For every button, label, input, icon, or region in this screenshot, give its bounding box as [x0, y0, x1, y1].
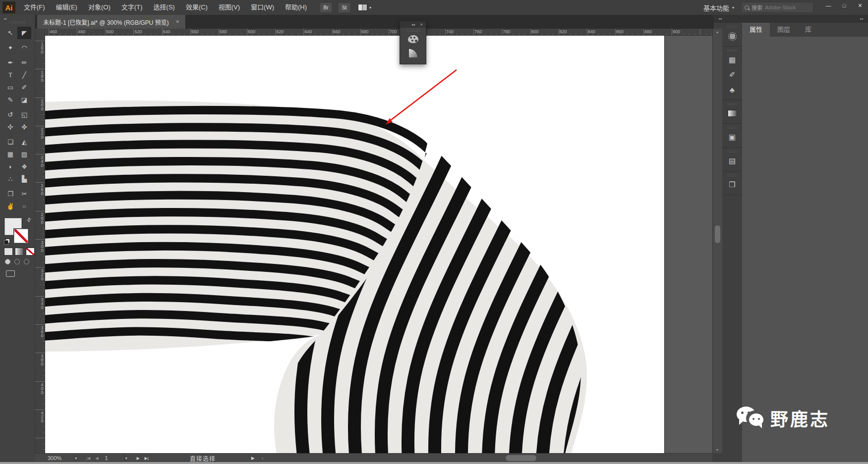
tool-shaper[interactable]: ✎ — [3, 94, 17, 106]
maximize-button[interactable]: □ — [836, 0, 852, 11]
tool-mesh[interactable]: ▦ — [3, 148, 17, 160]
tool-curvature[interactable]: ✏ — [17, 56, 31, 69]
artboard-dropdown-icon[interactable]: ▾ — [124, 454, 134, 463]
symbols-panel-icon: ♣ — [730, 86, 735, 94]
horizontal-scroll-thumb[interactable] — [506, 455, 536, 461]
bridge-button[interactable]: Br — [320, 3, 332, 12]
window-bottom-edge — [0, 462, 868, 464]
menu-item[interactable]: 视图(V) — [213, 0, 245, 15]
workspace-switcher[interactable]: 基本功能 ▾ — [703, 3, 734, 12]
zoom-dropdown-icon[interactable]: ▾ — [74, 454, 84, 463]
scroll-down-icon[interactable]: ▾ — [713, 448, 722, 452]
last-artboard-button[interactable]: ▶| — [145, 456, 149, 461]
ruler-label: 820 — [560, 29, 588, 35]
default-fill-stroke-icon[interactable] — [4, 239, 10, 245]
minimize-button[interactable]: — — [820, 0, 836, 11]
tool-symbol-sprayer[interactable]: ∴ — [3, 173, 17, 185]
scroll-up-icon[interactable]: ▴ — [713, 30, 722, 34]
dock-gradient-panel-button[interactable] — [722, 106, 742, 121]
draw-normal-button[interactable] — [5, 259, 10, 264]
expand-dock-icon[interactable]: ▸▸ — [860, 17, 864, 21]
vertical-scroll-thumb[interactable] — [715, 225, 720, 243]
dock-brushes-panel-button[interactable]: ✐ — [722, 67, 742, 82]
prev-artboard-button[interactable]: ◀ — [95, 456, 98, 461]
status-collapse-icon[interactable]: ‹ — [262, 455, 264, 461]
dock-swatches-panel-button[interactable]: ▦ — [722, 52, 742, 67]
zoom-level-field[interactable]: 300% — [35, 454, 74, 463]
draw-behind-button[interactable] — [14, 259, 20, 264]
close-button[interactable]: ✕ — [852, 0, 868, 11]
tool-lasso[interactable]: ◠ — [17, 42, 31, 54]
menu-item[interactable]: 文件(F) — [18, 0, 51, 15]
tool-zoom[interactable]: ○ — [17, 200, 31, 212]
dock-align-panel-button[interactable]: ▤ — [722, 154, 742, 168]
tool-line-segment[interactable]: ╱ — [17, 69, 31, 81]
menu-item[interactable]: 文字(T) — [116, 0, 148, 15]
stroke-swatch[interactable] — [14, 229, 28, 243]
tool-paintbrush[interactable]: ✐ — [17, 81, 31, 94]
close-tab-icon[interactable]: ✕ — [176, 19, 180, 24]
tool-magic-wand[interactable]: ✦ — [3, 42, 17, 54]
tab-layers[interactable]: 图层 — [770, 23, 798, 37]
tool-rotate[interactable]: ↺ — [3, 108, 17, 121]
tool-puppet-warp[interactable]: ✜ — [17, 121, 31, 133]
menu-item[interactable]: 对象(O) — [83, 0, 116, 15]
collapse-dock-icon[interactable]: ◂◂ — [718, 17, 722, 21]
dock-symbols-panel-button[interactable]: ♣ — [722, 82, 742, 97]
menu-item[interactable]: 效果(C) — [180, 0, 213, 15]
status-flyout-icon[interactable]: ▶ — [251, 456, 255, 461]
tool-eyedropper[interactable]: ◗ — [3, 160, 17, 173]
search-input[interactable]: 搜索 Adobe Stock — [741, 2, 813, 13]
tool-width[interactable]: ✣ — [3, 121, 17, 133]
symbol-sprayer-icon: ∴ — [8, 175, 12, 183]
tool-pen[interactable]: ✒ — [3, 56, 17, 69]
canvas[interactable] — [45, 35, 712, 453]
tool-blend[interactable]: ❖ — [17, 160, 31, 173]
tool-artboard[interactable]: ❐ — [3, 188, 17, 200]
tool-selection[interactable]: ↖ — [3, 27, 17, 39]
tool-perspective-grid[interactable]: ◭ — [17, 136, 31, 148]
next-artboard-button[interactable]: ▶ — [136, 456, 139, 461]
dock-gripper — [727, 150, 738, 153]
tool-direct-selection[interactable]: ◤ — [17, 27, 31, 39]
tool-gradient[interactable]: ▨ — [17, 148, 31, 160]
stock-button[interactable]: St — [339, 3, 350, 12]
arrange-documents-button[interactable]: ▾ — [358, 4, 371, 11]
tool-slice[interactable]: ✂ — [17, 188, 31, 200]
rectangle-icon: ▭ — [7, 84, 13, 91]
ruler-label: 360 — [37, 325, 45, 354]
tool-type[interactable]: T — [3, 69, 17, 81]
menu-item[interactable]: 编辑(E) — [51, 0, 83, 15]
tool-scale[interactable]: ◱ — [17, 108, 31, 121]
color-guide-button[interactable] — [400, 32, 426, 46]
menu-item[interactable]: 选择(S) — [148, 0, 180, 15]
menu-item[interactable]: 帮助(H) — [280, 0, 312, 15]
dock-pathfinder-panel-button[interactable]: ❒ — [722, 177, 742, 192]
dock-transform-panel-button[interactable]: ▣ — [722, 130, 742, 145]
screen-mode-button[interactable] — [6, 270, 15, 277]
menu-item[interactable]: 窗口(W) — [245, 0, 280, 15]
vertical-scrollbar[interactable]: ▴ ▾ — [712, 29, 723, 453]
swap-fill-stroke-icon[interactable]: ⇄ — [25, 216, 32, 223]
gradient-button[interactable] — [15, 248, 24, 256]
collapse-tools-icon[interactable]: ◂◂ — [3, 17, 6, 21]
shape-style-button[interactable] — [400, 46, 426, 60]
tab-libraries[interactable]: 库 — [798, 23, 819, 37]
tool-rectangle[interactable]: ▭ — [3, 81, 17, 94]
align-panel-icon: ▤ — [729, 156, 736, 165]
tool-hand[interactable]: ✌ — [3, 200, 17, 212]
draw-inside-button[interactable] — [24, 259, 29, 264]
artboard-number-field[interactable]: 1 — [101, 454, 124, 463]
tool-eraser[interactable]: ◪ — [17, 94, 31, 106]
expand-panel-icon[interactable]: ▸▸ — [412, 23, 415, 27]
wechat-icon — [737, 405, 765, 431]
color-button[interactable] — [4, 248, 13, 256]
none-button[interactable] — [26, 248, 35, 256]
dock-color-panel-button[interactable] — [722, 29, 742, 44]
tab-properties[interactable]: 属性 — [742, 23, 770, 37]
tool-column-graph[interactable]: ▙ — [17, 173, 31, 185]
document-tab[interactable]: 未标题-1 [已恢复].ai* @ 300% (RGB/GPU 预览) ✕ — [37, 15, 186, 29]
tool-shape-builder[interactable]: ❏ — [3, 136, 17, 148]
close-panel-icon[interactable]: ✕ — [420, 23, 423, 27]
first-artboard-button[interactable]: |◀ — [86, 456, 90, 461]
